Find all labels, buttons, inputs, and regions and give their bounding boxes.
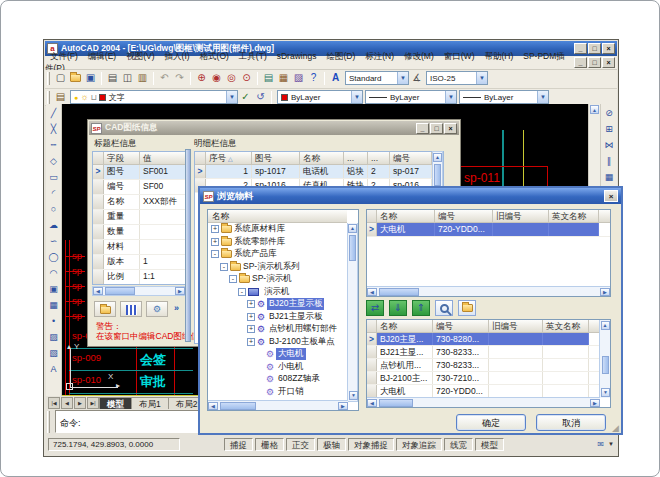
ellipse-icon[interactable]: ◯	[47, 250, 61, 264]
scroll-right-icon[interactable]: ▶	[600, 288, 610, 296]
save-icon[interactable]: ▣	[83, 71, 98, 86]
construction-line-icon[interactable]: ╳	[47, 122, 61, 136]
dim-style-combo[interactable]: ISO-25▼	[426, 71, 488, 85]
help-icon[interactable]: ?	[306, 71, 321, 86]
tab-nav-button[interactable]: ◀	[61, 397, 73, 409]
move-down-icon[interactable]: ⇓	[389, 300, 407, 316]
scrollbar-thumb[interactable]	[105, 287, 135, 295]
layout-tab-模型[interactable]: 模型	[99, 397, 132, 409]
scroll-left-icon[interactable]: ◀	[367, 288, 377, 296]
color-control-combo[interactable]: ByLayer▼	[277, 90, 363, 104]
scrollbar-thumb[interactable]	[349, 235, 356, 261]
vertical-scrollbar[interactable]: ▲ ▼	[599, 320, 610, 398]
layer-manager-icon[interactable]: ▤	[53, 90, 68, 105]
table-row[interactable]: 名称XXX部件	[93, 195, 185, 210]
menu-item[interactable]: 文件(F)	[45, 51, 83, 61]
column-header[interactable]: ...	[344, 152, 368, 164]
insert-block-icon[interactable]: ▣	[47, 282, 61, 296]
column-header[interactable]: 名称	[377, 320, 433, 332]
material-list-panel[interactable]: 名称编号旧编号英文名称>BJ20主显...730-8280...BJ21主显..…	[366, 319, 611, 408]
scrollbar-thumb[interactable]	[434, 164, 441, 186]
make-layer-current-icon[interactable]: ✓	[238, 90, 253, 105]
chevron-down-icon[interactable]: ▼	[476, 72, 487, 84]
column-header[interactable]: ...	[368, 152, 390, 164]
expand-icon[interactable]: +	[211, 238, 219, 246]
spline-icon[interactable]: ∽	[47, 234, 61, 248]
status-toggle-栅格[interactable]: 栅格	[255, 438, 284, 451]
redo-icon[interactable]: ↷	[172, 71, 187, 86]
toolbar-grip[interactable]	[47, 91, 50, 104]
collapse-icon[interactable]: -	[238, 288, 246, 296]
scroll-up-icon[interactable]: ▲	[590, 105, 599, 114]
panel-splitter[interactable]	[185, 149, 191, 342]
expand-icon[interactable]: +	[247, 313, 255, 321]
minimize-button[interactable]: _	[416, 123, 429, 134]
tree-column-header[interactable]: 名称	[208, 210, 347, 223]
arc-icon[interactable]: ◜	[47, 186, 61, 200]
chevron-down-icon[interactable]: ▼	[351, 91, 362, 103]
column-header[interactable]: 图号	[252, 152, 300, 164]
column-header[interactable]: 名称	[300, 152, 344, 164]
mdi-close-button[interactable]: ×	[602, 57, 615, 68]
mdi-minimize-button[interactable]: _	[574, 57, 587, 68]
scroll-right-icon[interactable]: ▶	[338, 402, 348, 410]
make-block-icon[interactable]: ▦	[47, 298, 61, 312]
menu-item[interactable]: 标注(N)	[360, 51, 399, 61]
toolpalettes-icon[interactable]: ▨	[291, 71, 306, 86]
collapse-icon[interactable]: -	[220, 263, 228, 271]
tree-item[interactable]: +系统原材料库	[208, 223, 347, 236]
maximize-button[interactable]: □	[588, 43, 601, 54]
table-row[interactable]: >图号SF001	[93, 165, 185, 180]
point-icon[interactable]: •	[47, 314, 61, 328]
tree-item[interactable]: +⚙BJ20主显示板	[208, 298, 347, 311]
toolbar-grip[interactable]	[47, 72, 50, 85]
tree-item[interactable]: -SP-演示机	[208, 273, 347, 286]
table-row[interactable]: BJ-2100主...730-7210...	[367, 372, 610, 385]
menu-item[interactable]: sDrawings	[272, 51, 322, 61]
plot-icon[interactable]: ▤	[105, 71, 120, 86]
cancel-button[interactable]: 取消	[536, 414, 606, 431]
scroll-up-icon[interactable]: ▲	[433, 153, 442, 162]
horizontal-scrollbar[interactable]: ◀▶	[367, 286, 610, 296]
tree-item[interactable]: +⚙点钞机用螺钉部件	[208, 323, 347, 336]
table-row[interactable]: >1sp-1017电话机铝块2sp-017	[195, 165, 443, 179]
horizontal-scrollbar[interactable]: ◀▶	[367, 397, 600, 407]
open-folder-icon[interactable]	[94, 301, 116, 317]
scrollbar-thumb[interactable]	[602, 356, 609, 374]
table-row[interactable]: BJ21主显...730-8233...	[367, 346, 610, 359]
text-style-combo[interactable]: Standard▼	[345, 71, 409, 85]
tree-vertical-scrollbar[interactable]: ▲ ▼	[347, 223, 358, 402]
lineweight-control-combo[interactable]: ByLayer▼	[459, 90, 549, 104]
column-header[interactable]: 编号	[435, 210, 493, 222]
tree-item[interactable]: ⚙开口销	[208, 386, 347, 399]
toolbar-overflow-icon[interactable]: »	[174, 303, 179, 313]
dialog-titlebar[interactable]: SP CAD图纸信息 _ □ ×	[89, 121, 459, 135]
erase-icon[interactable]: ⊘	[602, 106, 616, 120]
layout-tab-布局1[interactable]: 布局1	[131, 397, 169, 409]
column-header[interactable]: 英文名称	[549, 210, 599, 222]
barcode-icon[interactable]	[120, 301, 142, 317]
expand-icon[interactable]: +	[247, 300, 255, 308]
tree-item[interactable]: ⚙608ZZ轴承	[208, 373, 347, 386]
plot-preview-icon[interactable]: ◫	[120, 71, 135, 86]
layer-combo[interactable]: ●☼⊔文字▼	[70, 90, 238, 104]
menu-item[interactable]: 帮助(H)	[479, 51, 518, 61]
tree-horizontal-scrollbar[interactable]: ◀▶	[208, 400, 348, 410]
scroll-left-icon[interactable]: ◀	[93, 287, 103, 295]
tree-item[interactable]: +⚙BJ21主显示板	[208, 311, 347, 324]
table-row[interactable]: 版本1	[93, 255, 185, 270]
ellipse-arc-icon[interactable]: ◠	[47, 266, 61, 280]
menu-item[interactable]: 工具(T)	[234, 51, 272, 61]
column-header[interactable]: 编号	[433, 320, 489, 332]
close-button[interactable]: ×	[444, 123, 457, 134]
search-icon[interactable]	[435, 300, 453, 316]
region-icon[interactable]: ▧	[47, 346, 61, 360]
zoom-previous-icon[interactable]: ⊙	[239, 71, 254, 86]
scroll-down-icon[interactable]: ▼	[601, 388, 610, 397]
coordinate-readout[interactable]: 725.1794, 429.8903, 0.0000	[48, 438, 180, 451]
mdi-restore-button[interactable]: □	[588, 57, 601, 68]
column-header[interactable]: 序号△	[206, 152, 252, 164]
menu-item[interactable]: 插入(I)	[160, 51, 195, 61]
table-row[interactable]: 材料	[93, 240, 185, 255]
copy-icon[interactable]: ⊞	[602, 122, 616, 136]
